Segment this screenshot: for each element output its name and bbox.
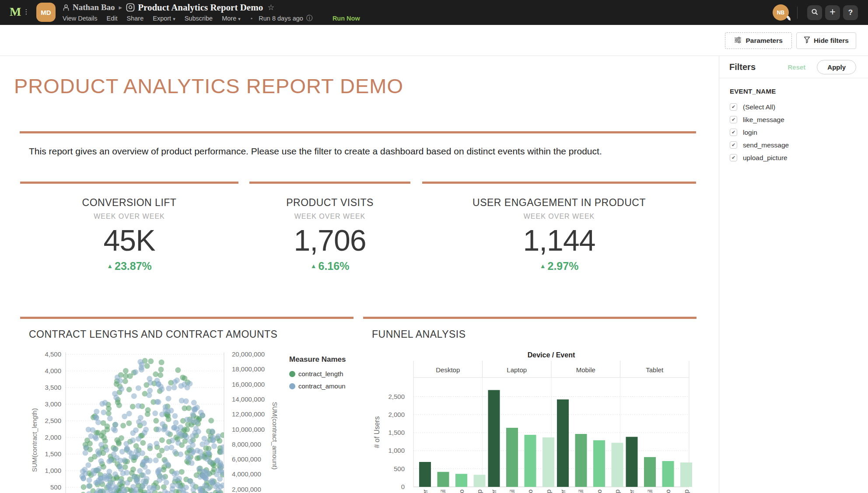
reset-button[interactable]: Reset xyxy=(788,63,805,71)
filter-option-selectall[interactable]: ✔(Select All) xyxy=(719,101,868,113)
svg-text:2,000,000: 2,000,000 xyxy=(232,486,261,493)
checkbox[interactable]: ✔ xyxy=(730,129,737,136)
info-icon[interactable]: ⓘ xyxy=(306,14,312,22)
filter-option-label: send_message xyxy=(743,141,789,149)
report-title-breadcrumb[interactable]: Product Analytics Report Demo xyxy=(138,2,263,13)
sliders-icon xyxy=(734,36,742,45)
workspace-avatar[interactable]: MD xyxy=(36,3,56,22)
svg-text:up: up xyxy=(613,490,621,493)
filter-option-login[interactable]: ✔login xyxy=(719,126,868,139)
svg-text:up: up xyxy=(682,490,690,493)
menu-item-more[interactable]: More▾ xyxy=(222,15,241,22)
menu-item-share[interactable]: Share xyxy=(127,15,144,22)
hide-filters-button[interactable]: Hide filters xyxy=(796,32,856,49)
svg-text:er: er xyxy=(559,490,567,493)
checkbox[interactable]: ✔ xyxy=(730,141,737,149)
svg-text:12,000,000: 12,000,000 xyxy=(232,410,265,418)
person-icon xyxy=(63,4,70,11)
filter-group-label: EVENT_NAME xyxy=(730,87,868,95)
svg-text:3,500: 3,500 xyxy=(45,384,61,391)
run-now-link[interactable]: Run Now xyxy=(332,15,360,22)
page-title: PRODUCT ANALYTICS REPORT DEMO xyxy=(14,73,719,99)
kebab-menu-icon: ⋮ xyxy=(23,8,28,16)
mode-logo-letter: M xyxy=(10,6,21,18)
svg-text:10,000,000: 10,000,000 xyxy=(232,426,265,433)
svg-text:1,500: 1,500 xyxy=(388,429,405,436)
user-avatar[interactable]: NB ✎ xyxy=(773,4,789,21)
svg-text:er: er xyxy=(490,490,497,493)
kpi-title: CONVERSION LIFT xyxy=(20,197,238,209)
funnel-column-headers: DesktopLaptopMobileTablet xyxy=(413,361,689,378)
kpi-subtitle: WEEK OVER WEEK xyxy=(249,213,410,220)
mode-logo[interactable]: M ⋮ xyxy=(10,6,28,18)
breadcrumb-owner[interactable]: Nathan Bao xyxy=(73,3,115,12)
apply-button[interactable]: Apply xyxy=(817,60,856,74)
svg-text:fo: fo xyxy=(458,490,465,493)
search-button[interactable] xyxy=(807,5,822,20)
menu-item-view-details[interactable]: View Details xyxy=(63,15,98,22)
svg-text:14,000,000: 14,000,000 xyxy=(232,395,265,403)
scatter-right-ticks: 20,000,00018,000,00016,000,00014,000,000… xyxy=(232,350,265,493)
report-toolbar: Parameters Hide filters xyxy=(0,25,868,56)
hide-filters-label: Hide filters xyxy=(814,37,849,45)
section-divider xyxy=(20,131,696,133)
scatter-title: CONTRACT LENGTHS AND CONTRACT AMOUNTS xyxy=(29,329,354,340)
kpi-title: PRODUCT VISITS xyxy=(249,197,410,209)
scatter-chart: 4,5004,0003,5003,0002,5002,0001,5001,000… xyxy=(20,350,354,493)
svg-text:up: up xyxy=(545,490,552,493)
checkbox[interactable]: ✔ xyxy=(730,103,737,111)
svg-text:4,000: 4,000 xyxy=(45,367,61,374)
menu-item-edit[interactable]: Edit xyxy=(107,15,118,22)
charts-row: CONTRACT LENGTHS AND CONTRACT AMOUNTS 4,… xyxy=(20,317,719,493)
svg-text:fo: fo xyxy=(664,490,672,493)
star-icon[interactable]: ☆ xyxy=(267,3,274,12)
svg-text:1,500: 1,500 xyxy=(45,450,61,458)
funnel-x-tick-fragments: erailfouperailfouperailfouperailfoup xyxy=(421,490,690,493)
filter-option-upload_picture[interactable]: ✔upload_picture xyxy=(719,151,868,164)
add-button[interactable]: + xyxy=(825,5,840,20)
topbar-main: Nathan Bao ▸ Product Analytics Report De… xyxy=(63,2,360,22)
kpi-card-user-engagement: USER ENGAGEMENT IN PRODUCT WEEK OVER WEE… xyxy=(422,182,696,317)
topbar: M ⋮ MD Nathan Bao ▸ Product Analytics Re… xyxy=(0,0,868,25)
dot-separator: • xyxy=(251,15,253,22)
menu-item-subscribe[interactable]: Subscribe xyxy=(185,15,213,22)
scatter-right-axis-label: SUM(contract_amount) xyxy=(271,402,279,469)
scatter-legend: Measure Namescontract_lengthcontract_amo… xyxy=(289,355,348,390)
svg-text:ail: ail xyxy=(646,490,654,493)
svg-text:er: er xyxy=(421,490,429,493)
svg-text:fo: fo xyxy=(595,490,603,493)
kpi-subtitle: WEEK OVER WEEK xyxy=(20,213,238,220)
filter-option-label: (Select All) xyxy=(743,103,775,111)
filters-title: Filters xyxy=(729,62,756,72)
svg-text:4,500: 4,500 xyxy=(45,350,61,358)
kpi-delta: ▲6.16% xyxy=(249,260,410,273)
svg-text:1,000: 1,000 xyxy=(388,447,405,454)
checkbox[interactable]: ✔ xyxy=(730,116,737,123)
parameters-button[interactable]: Parameters xyxy=(725,32,791,49)
help-button[interactable]: ? xyxy=(843,5,858,20)
pencil-icon: ✎ xyxy=(786,14,792,22)
checkbox[interactable]: ✔ xyxy=(730,154,737,161)
filter-option-label: upload_picture xyxy=(743,154,788,162)
svg-text:20,000,000: 20,000,000 xyxy=(232,350,265,358)
svg-text:2,000: 2,000 xyxy=(388,411,405,418)
menu-items: View DetailsEditShareExport▾SubscribeMor… xyxy=(63,15,250,22)
app-window: M ⋮ MD Nathan Bao ▸ Product Analytics Re… xyxy=(0,0,868,493)
kpi-title: USER ENGAGEMENT IN PRODUCT xyxy=(422,197,696,209)
topbar-divider xyxy=(797,7,798,19)
caret-down-icon: ▾ xyxy=(173,16,175,21)
svg-text:Laptop: Laptop xyxy=(507,366,527,374)
svg-text:Desktop: Desktop xyxy=(436,366,460,374)
filter-option-label: like_message xyxy=(743,116,784,124)
menu-item-export[interactable]: Export▾ xyxy=(153,15,175,22)
scatter-left-ticks: 4,5004,0003,5003,0002,5002,0001,5001,000… xyxy=(45,350,61,491)
kpi-value: 45K xyxy=(20,224,238,256)
svg-text:16,000,000: 16,000,000 xyxy=(232,381,265,388)
filter-option-label: login xyxy=(743,129,757,136)
parameters-label: Parameters xyxy=(746,37,782,45)
kpi-value: 1,144 xyxy=(422,224,696,256)
funnel-icon xyxy=(804,36,810,45)
filter-option-send_message[interactable]: ✔send_message xyxy=(719,139,868,151)
kpi-subtitle: WEEK OVER WEEK xyxy=(422,213,696,220)
filter-option-like_message[interactable]: ✔like_message xyxy=(719,113,868,126)
